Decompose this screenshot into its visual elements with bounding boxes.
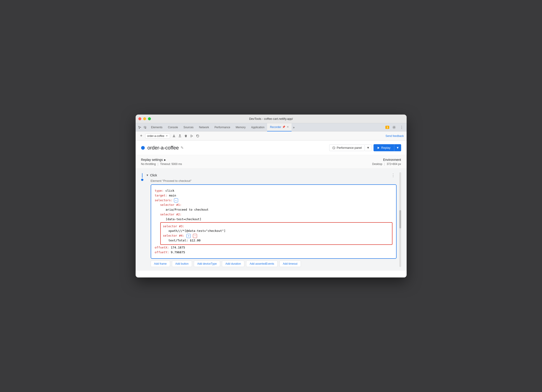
code-type-row: type: click — [155, 188, 392, 193]
recording-status-dot — [141, 146, 145, 150]
add-devicetype-button[interactable]: Add deviceType — [194, 261, 220, 267]
code-sel3-value: xpath///*[@data-test="checkout"] — [168, 229, 226, 232]
code-sel1-value: aria/Proceed to checkout — [166, 208, 209, 211]
replay-settings-right: Environment Desktop | 372×804 px — [372, 158, 401, 166]
recording-name-select[interactable]: order-a-coffee ▼ — [145, 134, 170, 139]
resolution-value: 372×804 px — [386, 162, 401, 166]
titlebar: DevTools - coffee-cart.netlify.app/ — [136, 115, 406, 123]
scrollbar-track[interactable] — [399, 172, 401, 267]
code-sel3-value-row: xpath///*[@data-test="checkout"] — [163, 229, 390, 233]
replay-dropdown-button[interactable]: ▼ — [394, 144, 401, 151]
play-recording-button[interactable] — [189, 133, 195, 139]
settings-icon[interactable] — [391, 124, 397, 130]
recording-header: order-a-coffee ✎ Performance panel ▼ Rep… — [136, 140, 406, 155]
notifications-badge[interactable]: 1 — [385, 126, 389, 129]
svg-marker-3 — [191, 135, 193, 137]
step-type-label: Click — [150, 173, 157, 177]
device-icon[interactable] — [143, 125, 147, 130]
replay-settings-info: No throttling | Timeout: 5000 ms — [141, 162, 182, 166]
replay-button-label: Replay — [381, 146, 390, 150]
replay-settings-expand-icon: ▶ — [164, 159, 166, 161]
more-tabs-button[interactable]: » — [292, 125, 296, 129]
code-offsetX-row: offsetX: 174.1875 — [155, 245, 392, 250]
code-type-key: type: — [155, 189, 164, 192]
step-container: ▼ Click ⋮ Element "Proceed to checkout" … — [136, 172, 406, 267]
add-button-button[interactable]: Add button — [172, 261, 192, 267]
code-target-row: target: main — [155, 193, 392, 198]
code-offsetX-key: offsetX: — [155, 246, 169, 249]
code-offsetY-row: offsetY: 9.796875 — [155, 250, 392, 255]
devtools-right-icons: 1 ⋮ — [385, 124, 405, 130]
code-selector3-group: selector #3: — [163, 224, 390, 229]
code-selector4-group: selector #4: + − — [163, 233, 390, 238]
code-offsetY-key: offsetY: — [155, 251, 169, 254]
tab-recorder[interactable]: Recorder 📌 ✕ — [267, 123, 291, 131]
recording-name-label: order-a-coffee — [147, 134, 164, 138]
steps-area: ▼ Click ⋮ Element "Proceed to checkout" … — [136, 169, 406, 271]
edit-recording-name-icon[interactable]: ✎ — [181, 145, 184, 150]
step-collapse-icon[interactable]: ▼ — [146, 174, 149, 177]
performance-panel-button[interactable]: Performance panel — [329, 145, 365, 151]
step-dot — [141, 179, 143, 181]
add-recording-button[interactable]: + — [138, 133, 144, 139]
more-options-icon[interactable]: ⋮ — [399, 124, 405, 130]
recorder-pin-icon: 📌 — [282, 125, 285, 129]
selector-remove-button[interactable]: − — [193, 234, 197, 238]
tab-recorder-close[interactable]: ✕ — [287, 125, 289, 129]
delete-recording-button[interactable] — [183, 133, 189, 139]
add-assertedevents-button[interactable]: Add assertedEvents — [246, 261, 277, 267]
code-selectors-row: selectors: ↖ — [155, 198, 392, 203]
tab-sources[interactable]: Sources — [181, 123, 196, 131]
selector-add-button[interactable]: + — [187, 234, 191, 238]
replay-settings-label: Replay settings — [141, 158, 163, 161]
tab-recorder-label: Recorder — [270, 125, 281, 129]
maximize-button[interactable] — [148, 117, 151, 120]
scrollbar-area — [399, 172, 401, 267]
env-divider: | — [384, 162, 385, 166]
replay-button[interactable]: Replay — [374, 144, 394, 151]
devtools-tabs: Elements Console Sources Network Perform… — [148, 123, 386, 131]
timeout-value: Timeout: 5000 ms — [160, 162, 182, 166]
minimize-button[interactable] — [143, 117, 146, 120]
tab-performance[interactable]: Performance — [212, 123, 233, 131]
settings-divider: | — [157, 162, 158, 166]
step-more-button[interactable]: ⋮ — [390, 172, 396, 178]
add-duration-button[interactable]: Add duration — [222, 261, 244, 267]
code-selector1-group: selector #1: aria/Proceed to checkout — [155, 203, 392, 212]
recorder-main: order-a-coffee ✎ Performance panel ▼ Rep… — [136, 140, 406, 277]
perf-panel-btn-group: Performance panel ▼ — [329, 145, 372, 151]
environment-info: Desktop | 372×804 px — [372, 162, 401, 166]
close-button[interactable] — [138, 117, 141, 120]
step-line-col — [141, 172, 143, 181]
svg-point-2 — [393, 127, 395, 128]
add-frame-button[interactable]: Add frame — [151, 261, 170, 267]
step-header: ▼ Click ⋮ — [146, 172, 396, 178]
scrollbar-thumb[interactable] — [399, 210, 401, 228]
code-type-val: click — [165, 189, 174, 192]
throttling-value: No throttling — [141, 162, 156, 166]
send-feedback-link[interactable]: Send feedback — [385, 134, 404, 138]
export-recording-button[interactable] — [171, 133, 177, 139]
tab-application[interactable]: Application — [248, 123, 267, 131]
code-offsetX-val: 174.1875 — [171, 246, 185, 249]
tab-console[interactable]: Console — [165, 123, 181, 131]
cursor-icon[interactable] — [137, 125, 142, 130]
recording-header-right: Performance panel ▼ Replay ▼ — [329, 144, 401, 151]
code-highlighted-box: selector #3: xpath///*[@data-test="check… — [160, 222, 392, 245]
code-sel4-key: selector #4: — [163, 233, 184, 238]
add-timeout-button[interactable]: Add timeout — [279, 261, 301, 267]
tab-memory[interactable]: Memory — [233, 123, 248, 131]
code-target-val: main — [169, 194, 176, 197]
perf-panel-dropdown-button[interactable]: ▼ — [365, 145, 372, 151]
replay-settings-bar: Replay settings ▶ No throttling | Timeou… — [136, 155, 406, 169]
code-selectors-key: selectors: — [155, 198, 173, 203]
import-recording-button[interactable] — [177, 133, 183, 139]
replay-btn-group: Replay ▼ — [374, 144, 401, 151]
replay-recording-button[interactable] — [195, 133, 201, 139]
environment-title: Environment — [383, 158, 401, 161]
replay-settings-title[interactable]: Replay settings ▶ — [141, 158, 182, 161]
code-target-key: target: — [155, 194, 167, 197]
tab-elements[interactable]: Elements — [148, 123, 165, 131]
tab-network[interactable]: Network — [196, 123, 212, 131]
code-sel1-key: selector #1: — [160, 203, 182, 206]
